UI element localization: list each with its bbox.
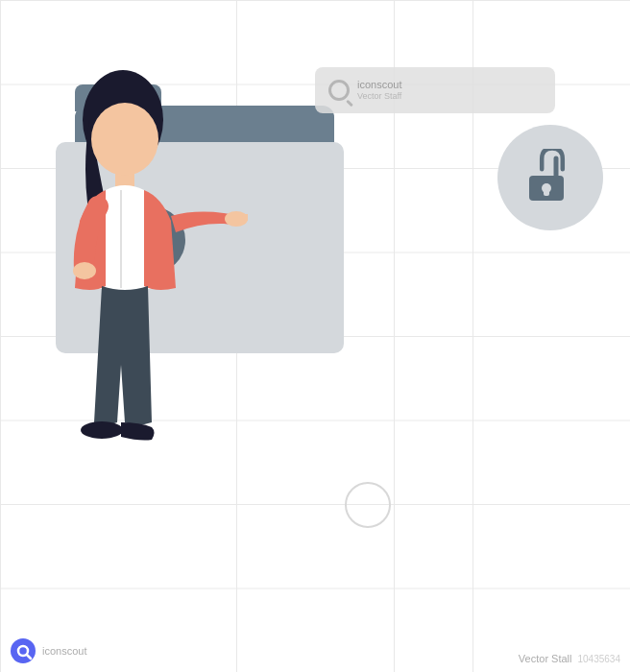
svg-point-11 — [81, 421, 123, 439]
watermark-right: Vector Stall 10435634 — [519, 653, 620, 664]
watermark-id: 10435634 — [578, 654, 621, 664]
unlock-icon — [521, 149, 579, 206]
svg-rect-4 — [544, 188, 549, 196]
watermark-brand-left: iconscout — [42, 645, 86, 657]
watermark-brand-right: Vector Stall — [519, 653, 572, 664]
svg-point-10 — [73, 262, 96, 279]
search-ghost-bar: iconscout Vector Staff — [315, 67, 555, 113]
search-icon — [328, 80, 350, 101]
illustration-scene: iconscout Vector Staff — [17, 29, 613, 643]
woman-illustration — [36, 67, 248, 605]
ghost-circle-bottom — [345, 482, 391, 528]
search-ghost-label: iconscout Vector Staff — [357, 79, 401, 102]
svg-point-7 — [91, 103, 158, 176]
lock-circle — [497, 125, 603, 230]
